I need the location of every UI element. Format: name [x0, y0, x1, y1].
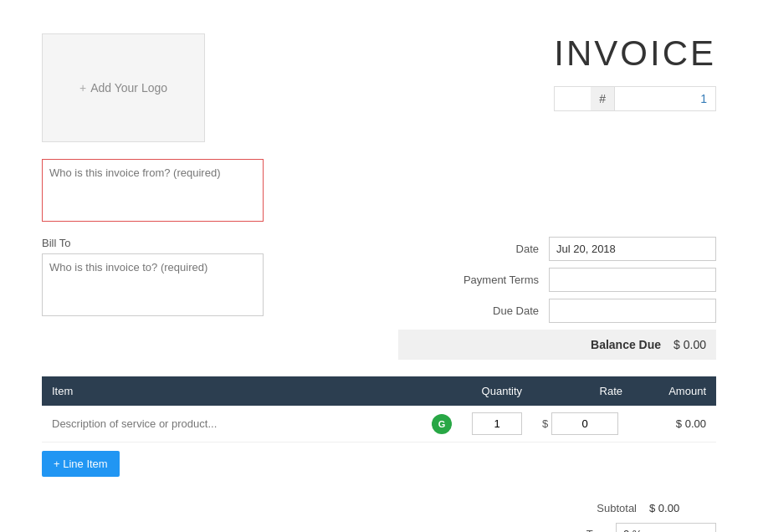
payment-terms-input[interactable]: [549, 268, 716, 292]
invoice-number-hash: #: [591, 87, 615, 110]
col-item-header: Item: [42, 376, 462, 406]
invoice-title: INVOICE: [554, 33, 716, 74]
plus-icon: +: [79, 81, 86, 95]
add-line-item-button[interactable]: + Line Item: [42, 451, 120, 477]
amount-cell: $ 0.00: [633, 406, 716, 442]
totals-section: Subtotal $ 0.00 Tax 0 % ▼ + Discount + S…: [42, 502, 716, 532]
invoice-number-row: #: [554, 86, 716, 111]
items-table: Item Quantity Rate Amount G: [42, 376, 716, 442]
tax-select[interactable]: 0 % ▼: [616, 523, 716, 532]
tax-label: Tax: [536, 528, 603, 532]
subtotal-label: Subtotal: [570, 502, 637, 514]
balance-due-label: Balance Due: [591, 338, 661, 351]
subtotal-value: $ 0.00: [649, 502, 716, 514]
subtotal-row: Subtotal $ 0.00: [398, 502, 716, 514]
item-description-inner: G: [52, 414, 452, 434]
bill-to-label: Bill To: [42, 237, 264, 249]
col-qty-header: Quantity: [462, 376, 532, 406]
item-description-cell: G: [42, 406, 462, 442]
due-date-label: Due Date: [447, 304, 539, 317]
bill-to-textarea[interactable]: [42, 253, 264, 316]
item-description-input[interactable]: [52, 414, 428, 433]
table-row: G $ $ 0.00: [42, 406, 716, 442]
top-section: + Add Your Logo INVOICE #: [42, 33, 716, 142]
bill-to-section: Bill To: [42, 237, 264, 319]
col-rate-header: Rate: [532, 376, 633, 406]
grammarly-icon: G: [432, 414, 452, 434]
logo-upload-area[interactable]: + Add Your Logo: [42, 33, 205, 142]
invoice-title-area: INVOICE #: [554, 33, 716, 111]
chevron-down-icon: ▼: [699, 529, 709, 533]
invoice-page: + Add Your Logo INVOICE # Bill To Date P…: [17, 17, 741, 532]
quantity-input[interactable]: [472, 412, 522, 435]
date-row: Date: [398, 237, 716, 261]
due-date-input[interactable]: [549, 299, 716, 323]
payment-terms-row: Payment Terms: [398, 268, 716, 292]
from-section: [42, 159, 716, 224]
date-label: Date: [447, 243, 539, 255]
col-amount-header: Amount: [633, 376, 716, 406]
middle-section: Bill To Date Payment Terms Due Date Bala…: [42, 237, 716, 360]
tax-row: Tax 0 % ▼: [398, 523, 716, 532]
payment-terms-label: Payment Terms: [447, 274, 539, 286]
totals-inner: Subtotal $ 0.00 Tax 0 % ▼ + Discount + S…: [398, 502, 716, 532]
balance-due-row: Balance Due $ 0.00: [398, 330, 716, 360]
rate-cell: $: [532, 406, 633, 442]
right-fields: Date Payment Terms Due Date Balance Due …: [398, 237, 716, 360]
quantity-cell: [462, 406, 532, 442]
rate-input[interactable]: [551, 412, 618, 435]
balance-due-amount: $ 0.00: [673, 338, 706, 351]
due-date-row: Due Date: [398, 299, 716, 323]
rate-currency: $: [542, 417, 548, 430]
table-header-row: Item Quantity Rate Amount: [42, 376, 716, 406]
add-logo-text: Add Your Logo: [90, 81, 167, 95]
from-textarea[interactable]: [42, 159, 264, 222]
date-input[interactable]: [549, 237, 716, 261]
invoice-number-input[interactable]: [615, 87, 715, 110]
rate-cell-inner: $: [542, 412, 622, 435]
tax-select-value: 0 %: [623, 528, 642, 532]
